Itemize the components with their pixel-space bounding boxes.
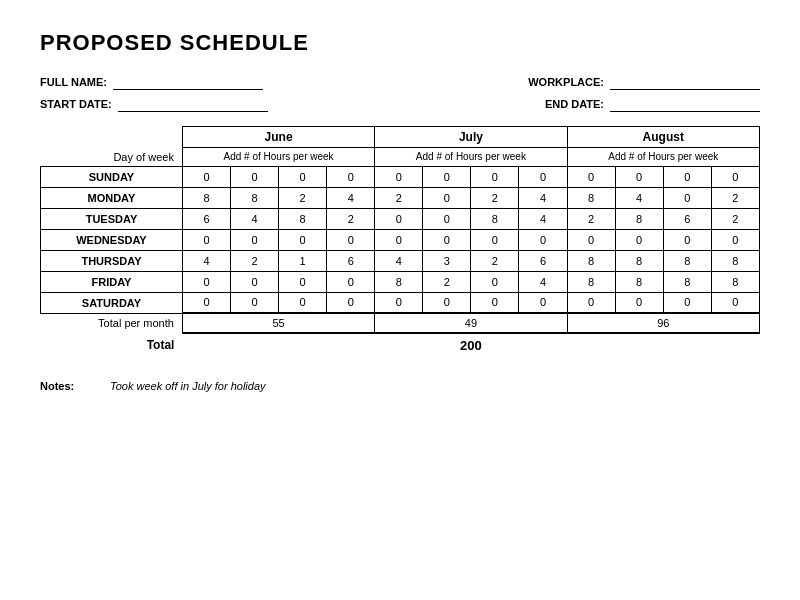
schedule-cell: 0 [615, 292, 663, 313]
schedule-cell: 8 [567, 271, 615, 292]
schedule-cell: 4 [375, 250, 423, 271]
total-july: 49 [375, 313, 567, 333]
schedule-cell: 0 [327, 271, 375, 292]
schedule-cell: 4 [327, 187, 375, 208]
august-subheader: Add # of Hours per week [567, 148, 759, 167]
table-row: SUNDAY000000000000 [41, 166, 760, 187]
schedule-cell: 6 [327, 250, 375, 271]
schedule-cell: 8 [471, 208, 519, 229]
schedule-cell: 0 [567, 229, 615, 250]
schedule-cell: 0 [375, 208, 423, 229]
schedule-cell: 2 [711, 208, 759, 229]
schedule-cell: 0 [711, 166, 759, 187]
schedule-cell: 0 [711, 292, 759, 313]
schedule-cell: 0 [279, 166, 327, 187]
schedule-cell: 0 [423, 166, 471, 187]
schedule-cell: 0 [471, 229, 519, 250]
schedule-cell: 8 [375, 271, 423, 292]
table-row: THURSDAY421643268888 [41, 250, 760, 271]
schedule-cell: 0 [519, 166, 567, 187]
schedule-cell: 2 [231, 250, 279, 271]
schedule-cell: 0 [423, 229, 471, 250]
schedule-cell: 0 [182, 229, 230, 250]
workplace-value [610, 74, 760, 90]
schedule-cell: 8 [279, 208, 327, 229]
schedule-cell: 0 [711, 229, 759, 250]
table-row: SATURDAY000000000000 [41, 292, 760, 313]
schedule-cell: 0 [471, 166, 519, 187]
schedule-cell: 6 [663, 208, 711, 229]
start-date-label: START DATE: [40, 98, 112, 110]
schedule-cell: 8 [711, 271, 759, 292]
workplace-label: WORKPLACE: [528, 76, 604, 88]
schedule-cell: 0 [327, 292, 375, 313]
schedule-cell: 2 [711, 187, 759, 208]
schedule-cell: 0 [519, 229, 567, 250]
schedule-cell: 0 [279, 229, 327, 250]
schedule-cell: 0 [327, 229, 375, 250]
day-label: FRIDAY [41, 271, 183, 292]
schedule-cell: 8 [567, 187, 615, 208]
schedule-cell: 2 [567, 208, 615, 229]
schedule-cell: 0 [519, 292, 567, 313]
total-august: 96 [567, 313, 759, 333]
notes-text: Took week off in July for holiday [110, 380, 266, 392]
schedule-cell: 0 [279, 292, 327, 313]
schedule-cell: 4 [519, 271, 567, 292]
schedule-cell: 0 [375, 229, 423, 250]
table-row: FRIDAY000082048888 [41, 271, 760, 292]
schedule-cell: 2 [327, 208, 375, 229]
schedule-cell: 2 [375, 187, 423, 208]
schedule-cell: 4 [615, 187, 663, 208]
month-june: June [182, 127, 374, 148]
day-label: MONDAY [41, 187, 183, 208]
schedule-cell: 8 [182, 187, 230, 208]
schedule-cell: 0 [231, 166, 279, 187]
june-subheader: Add # of Hours per week [182, 148, 374, 167]
schedule-cell: 0 [663, 292, 711, 313]
day-label: WEDNESDAY [41, 229, 183, 250]
grand-total-row: Total 200 [41, 333, 760, 356]
schedule-cell: 0 [182, 271, 230, 292]
day-label: SATURDAY [41, 292, 183, 313]
day-label: TUESDAY [41, 208, 183, 229]
schedule-cell: 8 [567, 250, 615, 271]
schedule-cell: 2 [279, 187, 327, 208]
notes-label: Notes: [40, 380, 100, 392]
schedule-cell: 0 [375, 166, 423, 187]
schedule-cell: 0 [663, 187, 711, 208]
schedule-cell: 0 [471, 292, 519, 313]
schedule-cell: 2 [471, 187, 519, 208]
total-per-month-label: Total per month [41, 313, 183, 333]
schedule-cell: 0 [471, 271, 519, 292]
schedule-cell: 0 [663, 166, 711, 187]
month-august: August [567, 127, 759, 148]
schedule-cell: 8 [663, 250, 711, 271]
schedule-cell: 8 [663, 271, 711, 292]
grand-total-value: 200 [375, 333, 567, 356]
schedule-cell: 8 [615, 250, 663, 271]
end-date-value [610, 96, 760, 112]
schedule-cell: 4 [231, 208, 279, 229]
full-name-value [113, 74, 263, 90]
schedule-cell: 0 [423, 292, 471, 313]
schedule-cell: 4 [519, 187, 567, 208]
table-row: WEDNESDAY000000000000 [41, 229, 760, 250]
schedule-cell: 0 [375, 292, 423, 313]
schedule-cell: 6 [182, 208, 230, 229]
schedule-cell: 8 [615, 271, 663, 292]
schedule-cell: 4 [182, 250, 230, 271]
schedule-cell: 0 [182, 166, 230, 187]
schedule-cell: 8 [711, 250, 759, 271]
notes-section: Notes: Took week off in July for holiday [40, 380, 760, 392]
day-label: SUNDAY [41, 166, 183, 187]
day-of-week-header: Day of week [41, 148, 183, 167]
table-row: TUESDAY648200842862 [41, 208, 760, 229]
schedule-cell: 3 [423, 250, 471, 271]
table-row: MONDAY882420248402 [41, 187, 760, 208]
schedule-cell: 0 [327, 166, 375, 187]
schedule-cell: 0 [615, 229, 663, 250]
schedule-cell: 0 [231, 271, 279, 292]
end-date-label: END DATE: [545, 98, 604, 110]
schedule-cell: 0 [615, 166, 663, 187]
